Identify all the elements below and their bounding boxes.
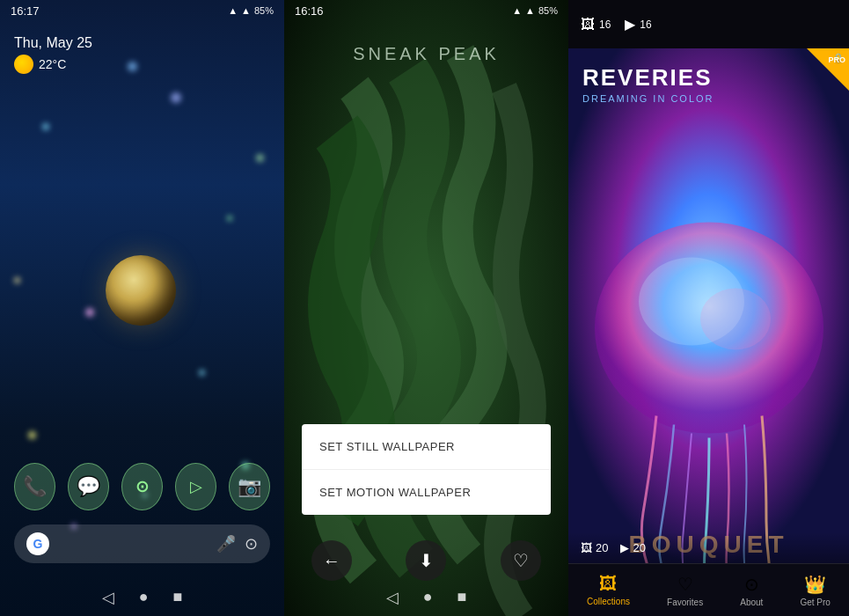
bokeh-dot — [14, 277, 20, 283]
nav-collections[interactable]: 🖼 Collections — [587, 574, 630, 606]
mic-icon[interactable]: 🎤 — [216, 534, 236, 554]
google-logo: G — [26, 532, 49, 555]
signal-icon: ▲ — [228, 5, 238, 16]
about-icon: ⊙ — [744, 574, 759, 595]
status-bar: 16:16 ▲ ▲ 85% — [284, 0, 568, 21]
videos-icon: ▶ — [620, 541, 629, 554]
reveries-collection-card[interactable]: 🔒 PRO REVERIES DREAMING IN COLOR 🖼 20 ▶ … — [568, 48, 849, 563]
games-app-icon[interactable]: ▷ — [175, 463, 216, 510]
status-icons: ▲ ▲ 85% — [228, 5, 274, 16]
signal-icon: ▲ — [512, 5, 522, 16]
screen3-collections: 🖼 16 ▶ 16 — [568, 0, 849, 616]
bokeh-dot — [28, 431, 36, 439]
jellyfish-art — [568, 48, 849, 563]
photos-count: 16 — [599, 18, 611, 31]
reveries-title: REVERIES — [582, 64, 835, 92]
battery-icon: 85% — [538, 5, 558, 16]
sneak-peak-title: SNEAK PEAK — [284, 44, 568, 64]
download-button[interactable]: ⬇ — [406, 540, 446, 581]
videos-count-value: 20 — [633, 541, 645, 554]
dock-area: 📞 💬 ⊙ ▷ 📷 G 🎤 ⊙ — [0, 456, 284, 563]
reveries-bottom-info: 🖼 20 ▶ 20 — [568, 532, 849, 563]
lens-icon[interactable]: ⊙ — [245, 534, 258, 554]
status-time: 16:17 — [11, 4, 40, 18]
weather-sun-icon — [14, 55, 33, 74]
top-bar: 🖼 16 ▶ 16 — [568, 0, 849, 48]
bottom-action-bar: ← ⬇ ♡ — [284, 540, 568, 581]
reveries-card-bg — [568, 48, 849, 563]
bokeh-dot — [256, 154, 264, 162]
wifi-icon: ▲ — [241, 5, 251, 16]
chrome-app-icon[interactable]: ⊙ — [121, 463, 163, 510]
bokeh-dot — [128, 62, 137, 71]
back-button[interactable]: ◁ — [102, 588, 114, 607]
set-motion-wallpaper-option[interactable]: SET MOTION WALLPAPER — [302, 470, 551, 515]
bokeh-dot — [199, 370, 205, 376]
bottom-navigation: 🖼 Collections ♡ Favorites ⊙ About 👑 Get … — [568, 563, 849, 616]
planet-image — [106, 255, 176, 326]
home-button[interactable]: ● — [139, 588, 149, 607]
app-icons-row: 📞 💬 ⊙ ▷ 📷 — [0, 456, 284, 517]
temperature: 22°C — [39, 57, 66, 71]
screen2-sneak-peak: 16:16 ▲ ▲ 85% SNEAK PEAK SET STILL WALLP… — [284, 0, 568, 616]
navigation-bar: ◁ ● ■ — [0, 588, 284, 607]
navigation-bar: ◁ ● ■ — [284, 588, 568, 607]
photos-count-value: 20 — [596, 541, 608, 554]
date-weather: Thu, May 25 22°C — [14, 35, 92, 74]
phone-app-icon[interactable]: 📞 — [14, 463, 55, 510]
bokeh-dot — [85, 308, 94, 317]
photos-icon: 🖼 — [581, 541, 592, 554]
get-pro-icon: 👑 — [804, 574, 826, 595]
about-label: About — [740, 598, 763, 607]
photos-icon: 🖼 — [581, 17, 595, 33]
svg-point-4 — [700, 289, 771, 350]
collections-label: Collections — [587, 597, 630, 606]
bokeh-dot — [227, 216, 232, 221]
videos-count-badge: ▶ 16 — [625, 16, 651, 33]
nav-favorites[interactable]: ♡ Favorites — [667, 574, 703, 607]
recents-button[interactable]: ■ — [173, 588, 183, 607]
home-button[interactable]: ● — [423, 588, 433, 607]
favorites-label: Favorites — [667, 598, 703, 607]
weather-row: 22°C — [14, 55, 92, 74]
nav-about[interactable]: ⊙ About — [740, 574, 763, 607]
collection-photos-count: 🖼 20 — [581, 541, 608, 554]
wallpaper-options-sheet: SET STILL WALLPAPER SET MOTION WALLPAPER — [302, 424, 551, 515]
videos-icon: ▶ — [625, 16, 635, 33]
messages-app-icon[interactable]: 💬 — [68, 463, 109, 510]
wavy-wallpaper-art — [284, 0, 568, 616]
videos-count: 16 — [640, 18, 651, 31]
wifi-icon: ▲ — [525, 5, 535, 16]
pro-label: PRO — [828, 55, 845, 64]
favorite-button[interactable]: ♡ — [501, 540, 541, 581]
collection-videos-count: ▶ 20 — [620, 541, 645, 554]
google-search-bar[interactable]: G 🎤 ⊙ — [14, 524, 270, 563]
date-display: Thu, May 25 — [14, 35, 92, 51]
nav-get-pro[interactable]: 👑 Get Pro — [800, 574, 830, 607]
status-icons: ▲ ▲ 85% — [512, 5, 558, 16]
bokeh-dot — [171, 92, 181, 103]
status-bar: 16:17 ▲ ▲ 85% — [0, 0, 284, 21]
bokeh-dot — [42, 123, 49, 130]
screen1-home: 16:17 ▲ ▲ 85% Thu, May 25 22°C 📞 💬 ⊙ ▷ 📷… — [0, 0, 284, 616]
recents-button[interactable]: ■ — [457, 588, 467, 607]
reveries-header: REVERIES DREAMING IN COLOR — [568, 48, 849, 113]
photos-count-badge: 🖼 16 — [581, 17, 611, 33]
reveries-subtitle: DREAMING IN COLOR — [582, 93, 835, 104]
wallpaper-background — [284, 0, 568, 616]
back-action-button[interactable]: ← — [311, 540, 352, 581]
camera-app-icon[interactable]: 📷 — [229, 463, 270, 510]
get-pro-label: Get Pro — [800, 598, 830, 607]
back-button[interactable]: ◁ — [386, 588, 399, 607]
favorites-icon: ♡ — [677, 574, 693, 595]
battery-icon: 85% — [254, 5, 274, 16]
collections-icon: 🖼 — [599, 574, 617, 594]
set-still-wallpaper-option[interactable]: SET STILL WALLPAPER — [302, 424, 551, 470]
status-time: 16:16 — [295, 4, 324, 18]
